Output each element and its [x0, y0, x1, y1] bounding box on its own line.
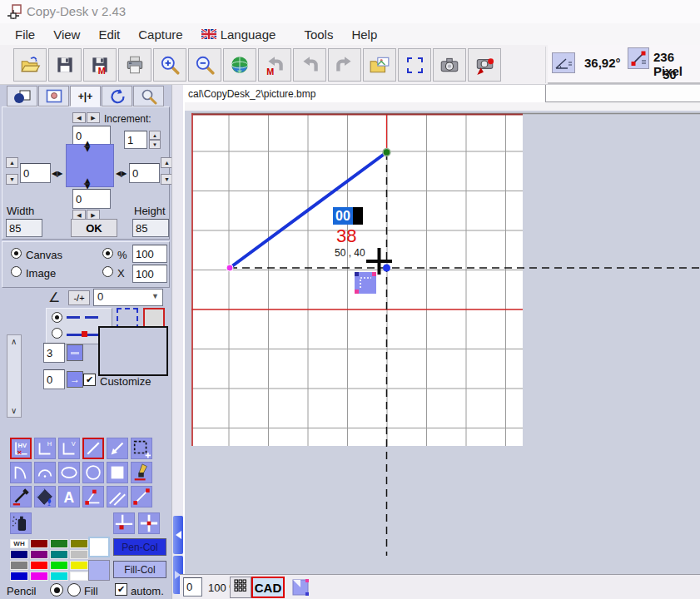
palette-swatch[interactable] — [70, 539, 88, 548]
stroke-width-button[interactable] — [67, 344, 83, 361]
inline-edit-box[interactable]: 00 — [333, 207, 363, 225]
menu-help[interactable]: Help — [342, 26, 386, 43]
fill-radio[interactable] — [67, 583, 81, 597]
tool-h-line[interactable]: H — [34, 438, 56, 459]
tool-rounded-corner[interactable] — [10, 462, 32, 483]
tool-segment[interactable] — [131, 486, 152, 507]
percent-radio[interactable] — [102, 248, 113, 259]
stroke-gap-field[interactable] — [43, 369, 65, 389]
menu-file[interactable]: File — [6, 26, 44, 43]
tool-arrow[interactable] — [107, 438, 128, 459]
tab-draw[interactable] — [7, 86, 37, 106]
fill-col-button[interactable]: Fill-Col — [113, 561, 166, 578]
left-offset-spinner[interactable]: ▲▼ — [6, 157, 18, 185]
tool-line[interactable] — [82, 438, 104, 459]
undo-button[interactable] — [293, 48, 326, 82]
print-button[interactable] — [118, 48, 151, 82]
palette-swatch[interactable] — [50, 561, 68, 570]
tool-spray[interactable] — [10, 512, 32, 534]
tool-rectangle[interactable] — [107, 462, 128, 483]
palette-swatch[interactable] — [30, 572, 48, 581]
zoom-out-button[interactable] — [188, 48, 221, 82]
layer-indicator-icon[interactable] — [291, 578, 310, 597]
drag-handle-icon[interactable] — [355, 272, 376, 294]
undo-marked-button[interactable]: M — [258, 48, 291, 82]
open-image-button[interactable] — [363, 48, 396, 82]
tool-pipette[interactable] — [10, 486, 32, 507]
tool-snap-cross[interactable] — [138, 512, 160, 534]
menu-tools[interactable]: Tools — [295, 26, 342, 43]
canvas-radio[interactable] — [11, 248, 22, 259]
palette-swatch[interactable] — [70, 550, 88, 559]
tool-angle-measure[interactable] — [82, 486, 104, 507]
tab-rotate[interactable] — [102, 86, 132, 106]
tool-v-line[interactable]: V — [58, 438, 80, 459]
palette-swatch[interactable] — [10, 561, 28, 570]
panel-splitter[interactable] — [171, 85, 185, 599]
collapse-panel-button[interactable] — [173, 516, 183, 554]
menu-language[interactable]: Language — [192, 26, 285, 43]
grid-toggle-button[interactable] — [230, 577, 251, 598]
tool-hv-line[interactable]: HV × — [10, 438, 32, 459]
menu-view[interactable]: View — [44, 26, 89, 43]
zoom-in-button[interactable] — [153, 48, 186, 82]
tool-brush[interactable] — [131, 462, 152, 483]
angle-plusminus-button[interactable]: -/+ — [68, 290, 90, 305]
left-offset-field[interactable] — [20, 163, 51, 183]
select-region-button[interactable] — [398, 48, 431, 82]
palette-swatch[interactable] — [70, 561, 88, 570]
right-offset-field[interactable] — [129, 163, 160, 183]
menu-capture[interactable]: Capture — [129, 26, 191, 43]
tool-text[interactable]: A — [58, 486, 80, 507]
save-button[interactable] — [48, 48, 82, 82]
save-marked-button[interactable]: M — [83, 48, 117, 82]
dash-style-radio[interactable] — [52, 312, 62, 323]
x-radio[interactable] — [102, 266, 113, 277]
tool-arc[interactable] — [34, 462, 56, 483]
tool-parallel-lines[interactable] — [107, 486, 128, 507]
palette-swatch[interactable]: WH — [10, 539, 28, 548]
palette-swatch[interactable] — [30, 561, 48, 570]
width-field[interactable] — [6, 219, 42, 237]
document-tab[interactable]: cal\CopyDesk_2\picture.bmp — [185, 85, 546, 102]
solid-style-radio[interactable] — [52, 328, 62, 339]
screen-capture-button[interactable] — [468, 48, 501, 82]
pencil-radio[interactable] — [50, 583, 63, 597]
tab-move[interactable]: +|+ — [70, 86, 101, 106]
customize-checkbox[interactable]: ✔ — [83, 374, 96, 386]
nudge-left-button[interactable]: ◀ — [72, 112, 86, 123]
palette-swatch[interactable] — [50, 550, 68, 559]
increment-field[interactable] — [124, 131, 147, 149]
tab-zoom[interactable] — [133, 86, 164, 106]
bottom-offset-field[interactable] — [72, 189, 111, 209]
height-field[interactable] — [132, 219, 169, 237]
status-value-field[interactable] — [183, 577, 202, 597]
ok-button[interactable]: OK — [71, 219, 117, 237]
web-button[interactable] — [223, 48, 256, 82]
tool-snap-corner[interactable] — [113, 512, 135, 534]
canvas-workarea[interactable]: 00 38 50 , 40 — [185, 111, 700, 574]
stroke-width-field[interactable] — [43, 343, 65, 363]
snapshot-button[interactable] — [433, 48, 466, 82]
tool-fill-bucket[interactable]: 1 — [34, 486, 56, 507]
nudge-right-button[interactable]: ▶ — [87, 112, 100, 123]
palette-swatch[interactable] — [50, 572, 68, 581]
palette-swatch[interactable] — [30, 550, 48, 559]
pen-color-preview[interactable] — [88, 537, 110, 557]
tab-image[interactable] — [38, 86, 69, 106]
tool-circle[interactable] — [82, 462, 104, 483]
palette-swatch[interactable] — [50, 539, 68, 548]
cad-mode-button[interactable]: CAD — [251, 577, 285, 598]
menu-edit[interactable]: Edit — [89, 26, 129, 43]
palette-swatch[interactable] — [30, 539, 48, 548]
line-endpoint-magenta[interactable] — [226, 265, 233, 271]
anchor-pad[interactable]: ◀||▶ ◀||▶ — [66, 144, 114, 187]
increment-spinner[interactable]: ▲▼ — [149, 131, 161, 149]
stroke-scrollbar[interactable]: ∧ ∨ — [7, 334, 22, 418]
palette-swatch[interactable] — [70, 572, 88, 581]
pen-col-button[interactable]: Pen-Col — [113, 538, 166, 556]
image-radio[interactable] — [11, 266, 22, 277]
top-offset-field[interactable] — [72, 126, 111, 146]
autom-checkbox[interactable]: ✔ — [115, 583, 127, 596]
scale-h-field[interactable] — [132, 245, 167, 263]
